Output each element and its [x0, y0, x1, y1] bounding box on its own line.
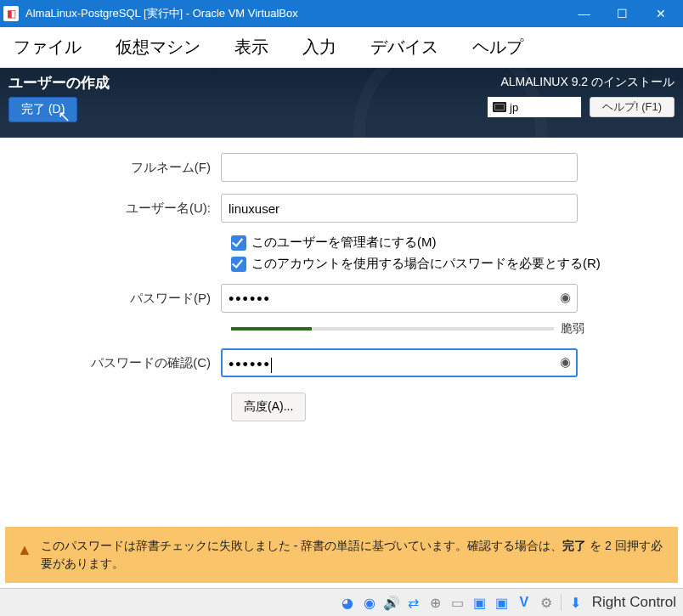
password-strength-text: 脆弱: [561, 321, 584, 336]
hard-disk-icon[interactable]: ◕: [338, 593, 357, 612]
requirepw-checkbox-label: このアカウントを使用する場合にパスワードを必要とする(R): [251, 256, 601, 272]
window-titlebar: ◧ AlmaLinux-PostgreSQL [実行中] - Oracle VM…: [0, 0, 683, 27]
user-form: フルネーム(F) ユーザー名(U): このユーザーを管理者にする(M) このアカ…: [0, 138, 683, 421]
vm-statusbar: ◕ ◉ 🔊 ⇄ ⊕ ▭ ▣ ▣ V ⚙ ⬇ Right Control: [0, 588, 683, 616]
menu-file[interactable]: ファイル: [7, 32, 88, 62]
advanced-button[interactable]: 高度(A)...: [231, 393, 306, 421]
vrde-icon[interactable]: V: [515, 593, 533, 612]
shared-folder-icon[interactable]: ▭: [449, 593, 467, 612]
checkbox-checked-icon: [231, 257, 246, 272]
warning-icon: ▲: [17, 539, 32, 562]
username-label: ユーザー名(U):: [25, 201, 221, 217]
confirm-password-input[interactable]: ••••••: [221, 348, 578, 377]
menu-input[interactable]: 入力: [296, 32, 343, 62]
admin-checkbox-row[interactable]: このユーザーを管理者にする(M): [231, 235, 683, 251]
password-strength-bar: [231, 327, 554, 331]
audio-icon[interactable]: 🔊: [382, 593, 401, 612]
keyboard-icon: [493, 102, 506, 112]
minimize-button[interactable]: —: [565, 0, 603, 27]
checkbox-checked-icon: [231, 235, 246, 251]
separator: [561, 594, 562, 611]
optical-drive-icon[interactable]: ◉: [360, 593, 379, 612]
done-button[interactable]: 完了 (D): [8, 97, 77, 122]
virtualbox-icon: ◧: [3, 6, 19, 21]
network-icon[interactable]: ⇄: [404, 593, 423, 612]
fullname-input[interactable]: [221, 153, 578, 182]
menu-machine[interactable]: 仮想マシン: [109, 32, 207, 62]
password-input[interactable]: ••••••: [221, 284, 578, 313]
window-title: AlmaLinux-PostgreSQL [実行中] - Oracle VM V…: [25, 6, 565, 21]
help-button[interactable]: ヘルプ! (F1): [590, 97, 675, 117]
fullname-label: フルネーム(F): [25, 160, 221, 176]
product-label: ALMALINUX 9.2 のインストール: [500, 75, 675, 90]
username-input[interactable]: [221, 194, 578, 223]
menu-view[interactable]: 表示: [228, 32, 275, 62]
cpu-icon[interactable]: ⚙: [537, 593, 556, 612]
requirepw-checkbox-row[interactable]: このアカウントを使用する場合にパスワードを必要とする(R): [231, 256, 683, 272]
confirm-label: パスワードの確認(C): [25, 355, 221, 371]
maximize-button[interactable]: ☐: [603, 0, 641, 27]
page-title: ユーザーの作成: [8, 73, 110, 93]
usb-icon[interactable]: ⊕: [426, 593, 445, 612]
display-icon[interactable]: ▣: [471, 593, 489, 612]
host-key-icon[interactable]: ⬇: [567, 593, 585, 612]
admin-checkbox-label: このユーザーを管理者にする(M): [251, 235, 437, 251]
keyboard-layout-selector[interactable]: jp: [488, 97, 581, 117]
installer-header: ユーザーの作成 完了 (D) ↖ ALMALINUX 9.2 のインストール j…: [0, 68, 683, 138]
recording-icon[interactable]: ▣: [493, 593, 511, 612]
host-key-label: Right Control: [589, 594, 676, 611]
warning-bar: ▲ このパスワードは辞書チェックに失敗しました - 辞書の単語に基づいています。…: [5, 527, 678, 583]
warning-text: このパスワードは辞書チェックに失敗しました - 辞書の単語に基づいています。確認…: [41, 537, 666, 573]
close-button[interactable]: ✕: [641, 0, 680, 27]
vm-menubar: ファイル 仮想マシン 表示 入力 デバイス ヘルプ: [0, 27, 683, 68]
eye-icon[interactable]: ◉: [560, 290, 571, 305]
menu-help[interactable]: ヘルプ: [466, 32, 530, 62]
keyboard-layout-text: jp: [510, 101, 518, 114]
menu-devices[interactable]: デバイス: [364, 32, 445, 62]
eye-icon[interactable]: ◉: [560, 354, 571, 370]
password-label: パスワード(P): [25, 291, 221, 307]
